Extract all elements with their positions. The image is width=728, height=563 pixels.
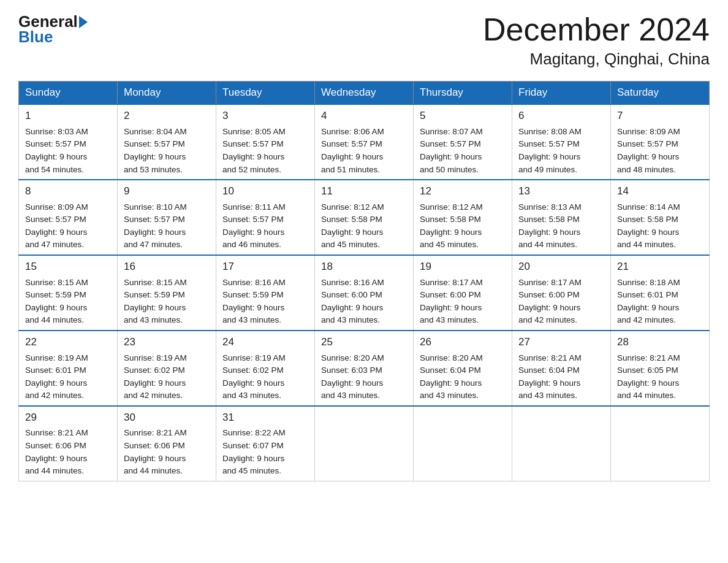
day-info: Sunrise: 8:21 AM Sunset: 6:06 PM Dayligh… — [124, 428, 187, 475]
day-number: 18 — [321, 259, 407, 275]
calendar-cell: 15Sunrise: 8:15 AM Sunset: 5:59 PM Dayli… — [19, 255, 118, 331]
calendar-cell: 29Sunrise: 8:21 AM Sunset: 6:06 PM Dayli… — [19, 406, 118, 481]
calendar-header-wednesday: Wednesday — [315, 82, 414, 105]
page-header: General Blue December 2024 Magitang, Qin… — [18, 12, 710, 69]
calendar-cell: 13Sunrise: 8:13 AM Sunset: 5:58 PM Dayli… — [512, 180, 611, 255]
calendar-cell: 27Sunrise: 8:21 AM Sunset: 6:04 PM Dayli… — [512, 331, 611, 406]
calendar-cell: 24Sunrise: 8:19 AM Sunset: 6:02 PM Dayli… — [216, 331, 315, 406]
day-number: 8 — [25, 184, 111, 199]
day-info: Sunrise: 8:08 AM Sunset: 5:57 PM Dayligh… — [518, 127, 582, 174]
calendar-cell — [611, 406, 710, 481]
calendar-header-row: SundayMondayTuesdayWednesdayThursdayFrid… — [19, 82, 710, 105]
day-number: 26 — [420, 335, 506, 350]
day-number: 12 — [420, 184, 506, 199]
day-number: 1 — [25, 109, 111, 124]
day-number: 4 — [321, 109, 407, 124]
day-info: Sunrise: 8:04 AM Sunset: 5:57 PM Dayligh… — [124, 127, 187, 174]
calendar-cell: 7Sunrise: 8:09 AM Sunset: 5:57 PM Daylig… — [611, 104, 710, 180]
calendar-header-thursday: Thursday — [414, 82, 512, 105]
calendar-cell: 20Sunrise: 8:17 AM Sunset: 6:00 PM Dayli… — [512, 255, 611, 331]
day-number: 31 — [222, 410, 308, 426]
day-info: Sunrise: 8:15 AM Sunset: 5:59 PM Dayligh… — [124, 278, 187, 325]
day-info: Sunrise: 8:06 AM Sunset: 5:57 PM Dayligh… — [321, 127, 384, 174]
calendar-cell: 30Sunrise: 8:21 AM Sunset: 6:06 PM Dayli… — [118, 406, 216, 481]
day-number: 5 — [420, 109, 506, 124]
calendar-cell: 10Sunrise: 8:11 AM Sunset: 5:57 PM Dayli… — [216, 180, 315, 255]
calendar-header-friday: Friday — [512, 82, 611, 105]
day-info: Sunrise: 8:12 AM Sunset: 5:58 PM Dayligh… — [321, 202, 384, 250]
calendar-cell — [315, 406, 414, 481]
calendar-cell: 2Sunrise: 8:04 AM Sunset: 5:57 PM Daylig… — [118, 104, 216, 180]
day-info: Sunrise: 8:18 AM Sunset: 6:01 PM Dayligh… — [617, 278, 680, 325]
day-info: Sunrise: 8:11 AM Sunset: 5:57 PM Dayligh… — [222, 202, 286, 250]
logo: General Blue — [18, 12, 89, 47]
day-number: 29 — [25, 410, 111, 426]
day-info: Sunrise: 8:03 AM Sunset: 5:57 PM Dayligh… — [25, 127, 88, 174]
day-number: 19 — [420, 259, 506, 275]
calendar-cell: 1Sunrise: 8:03 AM Sunset: 5:57 PM Daylig… — [19, 104, 118, 180]
day-number: 17 — [222, 259, 308, 275]
day-info: Sunrise: 8:09 AM Sunset: 5:57 PM Dayligh… — [25, 202, 88, 250]
month-title: December 2024 — [483, 12, 710, 47]
day-info: Sunrise: 8:22 AM Sunset: 6:07 PM Dayligh… — [222, 428, 286, 475]
calendar-cell: 8Sunrise: 8:09 AM Sunset: 5:57 PM Daylig… — [19, 180, 118, 255]
calendar-cell — [512, 406, 611, 481]
day-number: 15 — [25, 259, 111, 275]
calendar-week-row: 29Sunrise: 8:21 AM Sunset: 6:06 PM Dayli… — [19, 406, 710, 481]
day-info: Sunrise: 8:14 AM Sunset: 5:58 PM Dayligh… — [617, 202, 680, 250]
day-info: Sunrise: 8:21 AM Sunset: 6:04 PM Dayligh… — [518, 353, 582, 400]
calendar-cell: 31Sunrise: 8:22 AM Sunset: 6:07 PM Dayli… — [216, 406, 315, 481]
calendar-cell: 16Sunrise: 8:15 AM Sunset: 5:59 PM Dayli… — [118, 255, 216, 331]
day-number: 21 — [617, 259, 703, 275]
day-number: 7 — [617, 109, 703, 124]
day-number: 2 — [124, 109, 210, 124]
day-number: 6 — [518, 109, 604, 124]
calendar-cell: 11Sunrise: 8:12 AM Sunset: 5:58 PM Dayli… — [315, 180, 414, 255]
calendar-cell: 14Sunrise: 8:14 AM Sunset: 5:58 PM Dayli… — [611, 180, 710, 255]
day-info: Sunrise: 8:20 AM Sunset: 6:03 PM Dayligh… — [321, 353, 384, 400]
day-number: 28 — [617, 335, 703, 350]
day-info: Sunrise: 8:19 AM Sunset: 6:02 PM Dayligh… — [124, 353, 187, 400]
day-number: 3 — [222, 109, 308, 124]
day-info: Sunrise: 8:15 AM Sunset: 5:59 PM Dayligh… — [25, 278, 88, 325]
day-number: 22 — [25, 335, 111, 350]
day-number: 27 — [518, 335, 604, 350]
day-number: 24 — [222, 335, 308, 350]
day-info: Sunrise: 8:19 AM Sunset: 6:02 PM Dayligh… — [222, 353, 286, 400]
calendar-cell: 28Sunrise: 8:21 AM Sunset: 6:05 PM Dayli… — [611, 331, 710, 406]
calendar-cell: 12Sunrise: 8:12 AM Sunset: 5:58 PM Dayli… — [414, 180, 512, 255]
calendar-header-saturday: Saturday — [611, 82, 710, 105]
day-info: Sunrise: 8:19 AM Sunset: 6:01 PM Dayligh… — [25, 353, 88, 400]
day-info: Sunrise: 8:05 AM Sunset: 5:57 PM Dayligh… — [222, 127, 286, 174]
calendar-cell: 21Sunrise: 8:18 AM Sunset: 6:01 PM Dayli… — [611, 255, 710, 331]
calendar-header-monday: Monday — [118, 82, 216, 105]
calendar-cell: 6Sunrise: 8:08 AM Sunset: 5:57 PM Daylig… — [512, 104, 611, 180]
calendar-week-row: 1Sunrise: 8:03 AM Sunset: 5:57 PM Daylig… — [19, 104, 710, 180]
calendar-cell: 9Sunrise: 8:10 AM Sunset: 5:57 PM Daylig… — [118, 180, 216, 255]
day-info: Sunrise: 8:17 AM Sunset: 6:00 PM Dayligh… — [518, 278, 582, 325]
day-number: 16 — [124, 259, 210, 275]
day-number: 10 — [222, 184, 308, 199]
calendar-header-tuesday: Tuesday — [216, 82, 315, 105]
day-number: 20 — [518, 259, 604, 275]
calendar-cell: 3Sunrise: 8:05 AM Sunset: 5:57 PM Daylig… — [216, 104, 315, 180]
day-number: 13 — [518, 184, 604, 199]
calendar-cell: 5Sunrise: 8:07 AM Sunset: 5:57 PM Daylig… — [414, 104, 512, 180]
day-number: 14 — [617, 184, 703, 199]
day-info: Sunrise: 8:13 AM Sunset: 5:58 PM Dayligh… — [518, 202, 582, 250]
day-info: Sunrise: 8:21 AM Sunset: 6:05 PM Dayligh… — [617, 353, 680, 400]
calendar-cell: 19Sunrise: 8:17 AM Sunset: 6:00 PM Dayli… — [414, 255, 512, 331]
day-number: 30 — [124, 410, 210, 426]
day-info: Sunrise: 8:10 AM Sunset: 5:57 PM Dayligh… — [124, 202, 187, 250]
calendar-cell: 22Sunrise: 8:19 AM Sunset: 6:01 PM Dayli… — [19, 331, 118, 406]
day-info: Sunrise: 8:09 AM Sunset: 5:57 PM Dayligh… — [617, 127, 680, 174]
day-number: 25 — [321, 335, 407, 350]
day-info: Sunrise: 8:07 AM Sunset: 5:57 PM Dayligh… — [420, 127, 483, 174]
day-info: Sunrise: 8:21 AM Sunset: 6:06 PM Dayligh… — [25, 428, 88, 475]
calendar-week-row: 15Sunrise: 8:15 AM Sunset: 5:59 PM Dayli… — [19, 255, 710, 331]
calendar-header-sunday: Sunday — [19, 82, 118, 105]
calendar-week-row: 22Sunrise: 8:19 AM Sunset: 6:01 PM Dayli… — [19, 331, 710, 406]
day-info: Sunrise: 8:20 AM Sunset: 6:04 PM Dayligh… — [420, 353, 483, 400]
calendar-cell — [414, 406, 512, 481]
calendar-cell: 25Sunrise: 8:20 AM Sunset: 6:03 PM Dayli… — [315, 331, 414, 406]
